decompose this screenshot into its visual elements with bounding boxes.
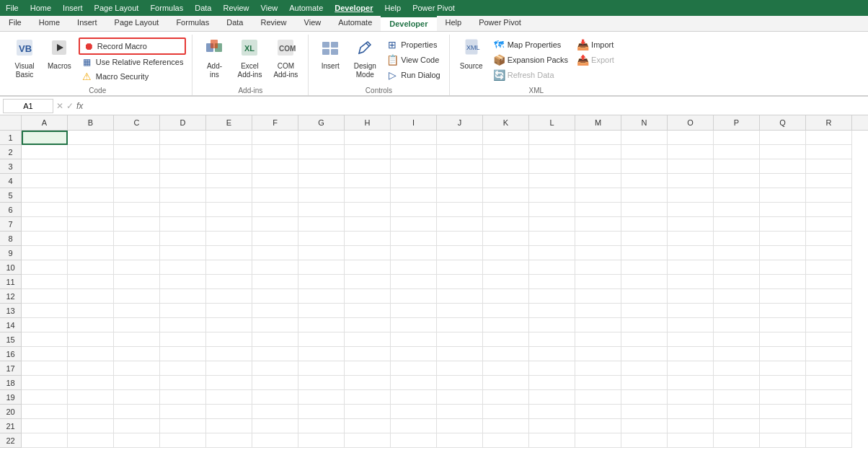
cell-M20[interactable] [575, 405, 621, 419]
cell-P11[interactable] [714, 275, 760, 289]
cell-I7[interactable] [391, 217, 437, 232]
cell-E1[interactable] [206, 131, 252, 145]
cell-A12[interactable] [22, 289, 68, 304]
cell-I11[interactable] [391, 275, 437, 289]
col-header-n[interactable]: N [621, 115, 668, 130]
cell-B10[interactable] [68, 260, 114, 275]
cell-H16[interactable] [345, 347, 391, 361]
cell-J7[interactable] [437, 217, 483, 232]
cell-H22[interactable] [345, 433, 391, 448]
cell-N8[interactable] [621, 232, 668, 246]
row-header-6[interactable]: 6 [0, 203, 22, 217]
tab-review[interactable]: Review [252, 16, 295, 31]
cell-H5[interactable] [345, 188, 391, 203]
menu-help[interactable]: Help [385, 4, 402, 12]
cell-O18[interactable] [668, 376, 714, 390]
cell-L13[interactable] [529, 304, 575, 318]
cell-R20[interactable] [806, 405, 852, 419]
cell-I15[interactable] [391, 332, 437, 347]
cell-reference-input[interactable] [3, 99, 53, 113]
row-header-14[interactable]: 14 [0, 318, 22, 332]
use-relative-button[interactable]: ▦ Use Relative References [79, 56, 187, 69]
cell-P19[interactable] [714, 390, 760, 405]
cell-D15[interactable] [160, 332, 206, 347]
cell-H1[interactable] [345, 131, 391, 145]
cell-Q14[interactable] [760, 318, 806, 332]
cell-I3[interactable] [391, 159, 437, 174]
row-header-16[interactable]: 16 [0, 347, 22, 361]
cell-P7[interactable] [714, 217, 760, 232]
cell-C15[interactable] [114, 332, 160, 347]
cell-L17[interactable] [529, 361, 575, 376]
cell-D12[interactable] [160, 289, 206, 304]
cell-O22[interactable] [668, 433, 714, 448]
cell-Q2[interactable] [760, 145, 806, 159]
cell-M22[interactable] [575, 433, 621, 448]
cell-I9[interactable] [391, 246, 437, 260]
cell-K9[interactable] [483, 246, 529, 260]
cell-G14[interactable] [298, 318, 345, 332]
cell-M21[interactable] [575, 419, 621, 433]
cell-P15[interactable] [714, 332, 760, 347]
cell-E10[interactable] [206, 260, 252, 275]
cell-M8[interactable] [575, 232, 621, 246]
cell-B2[interactable] [68, 145, 114, 159]
cell-H11[interactable] [345, 275, 391, 289]
cell-L10[interactable] [529, 260, 575, 275]
cell-J12[interactable] [437, 289, 483, 304]
cell-L15[interactable] [529, 332, 575, 347]
cell-R8[interactable] [806, 232, 852, 246]
cell-R6[interactable] [806, 203, 852, 217]
cell-D5[interactable] [160, 188, 206, 203]
import-button[interactable]: 📥 Import [574, 38, 617, 52]
cell-F22[interactable] [252, 433, 298, 448]
cell-J2[interactable] [437, 145, 483, 159]
cell-I10[interactable] [391, 260, 437, 275]
cell-B3[interactable] [68, 159, 114, 174]
menu-view[interactable]: View [261, 4, 278, 12]
cell-O10[interactable] [668, 260, 714, 275]
cell-E13[interactable] [206, 304, 252, 318]
cell-H17[interactable] [345, 361, 391, 376]
cell-C18[interactable] [114, 376, 160, 390]
cell-P10[interactable] [714, 260, 760, 275]
cell-A7[interactable] [22, 217, 68, 232]
cell-D14[interactable] [160, 318, 206, 332]
cell-K5[interactable] [483, 188, 529, 203]
cell-O17[interactable] [668, 361, 714, 376]
cell-D17[interactable] [160, 361, 206, 376]
cell-B22[interactable] [68, 433, 114, 448]
insert-control-button[interactable]: Insert [314, 35, 346, 85]
record-macro-button[interactable]: ⏺ Record Macro [79, 38, 187, 55]
cell-Q17[interactable] [760, 361, 806, 376]
col-header-c[interactable]: C [114, 115, 160, 130]
cell-K13[interactable] [483, 304, 529, 318]
cell-A5[interactable] [22, 188, 68, 203]
cell-N17[interactable] [621, 361, 668, 376]
cell-D18[interactable] [160, 376, 206, 390]
cell-A1[interactable] [22, 131, 68, 145]
cell-E22[interactable] [206, 433, 252, 448]
cell-G12[interactable] [298, 289, 345, 304]
cell-Q9[interactable] [760, 246, 806, 260]
cell-R5[interactable] [806, 188, 852, 203]
row-header-19[interactable]: 19 [0, 390, 22, 405]
map-properties-button[interactable]: 🗺 Map Properties [490, 38, 571, 52]
cell-N13[interactable] [621, 304, 668, 318]
cell-K10[interactable] [483, 260, 529, 275]
cell-A16[interactable] [22, 347, 68, 361]
cell-R9[interactable] [806, 246, 852, 260]
cell-L8[interactable] [529, 232, 575, 246]
cell-L1[interactable] [529, 131, 575, 145]
cell-M12[interactable] [575, 289, 621, 304]
cell-N20[interactable] [621, 405, 668, 419]
cell-H8[interactable] [345, 232, 391, 246]
col-header-q[interactable]: Q [760, 115, 806, 130]
cell-G16[interactable] [298, 347, 345, 361]
cell-P2[interactable] [714, 145, 760, 159]
macro-security-button[interactable]: ⚠ Macro Security [79, 69, 187, 84]
cell-A13[interactable] [22, 304, 68, 318]
cell-O14[interactable] [668, 318, 714, 332]
tab-help[interactable]: Help [437, 16, 471, 31]
col-header-g[interactable]: G [298, 115, 345, 130]
